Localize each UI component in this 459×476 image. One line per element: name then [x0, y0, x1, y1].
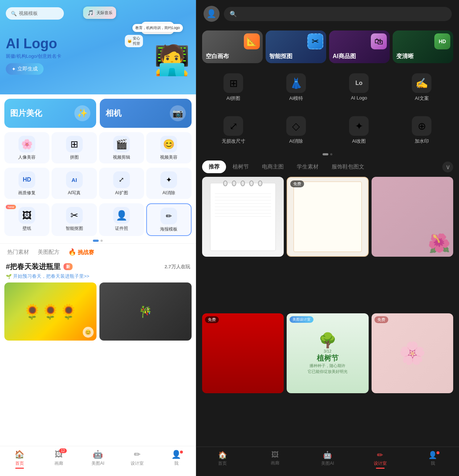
nav-gallery[interactable]: 12 🖼 画廊 [39, 450, 78, 469]
right-tool-ai-edit[interactable]: ✦ AI改图 [328, 112, 390, 149]
content-images: 😊 🎋 [0, 282, 196, 341]
video-beauty-label: 视频美容 [160, 154, 177, 160]
feature-video-beauty[interactable]: 😊 视频美容 [146, 132, 191, 163]
rdot-2 [330, 153, 332, 155]
feature-collage[interactable]: ⊞ 拼图 [52, 132, 97, 163]
banner-character: 🧑‍💻 教育，机构培训，简约Logo 🐱安心托管 [125, 24, 190, 75]
filter-fashion[interactable]: 服饰鞋包图文 [325, 160, 371, 173]
generate-button[interactable]: ✦ 立即生成 [6, 63, 44, 75]
right-tool-ai-collage[interactable]: ⊞ AI拼图 [202, 69, 265, 106]
nav-me[interactable]: 👤 我 [157, 450, 196, 469]
feature-poster[interactable]: ✏ 海报模板 [146, 203, 191, 236]
feature-ai-expand[interactable]: ⤢ AI扩图 [99, 168, 144, 199]
right-ai-erase-label: AI消除 [289, 138, 303, 145]
nav-home[interactable]: 🏠 首页 [0, 450, 39, 469]
watermark-icon: ⊕ [412, 116, 431, 136]
nav-meitu-ai[interactable]: 🤖 美图AI [78, 450, 118, 469]
template-notebook[interactable] [202, 177, 284, 257]
tab-recipe[interactable]: 美图配方 [38, 249, 60, 256]
poster-icon: ✏ [160, 208, 177, 224]
rnav-design[interactable]: ✏ 设计室 [354, 451, 406, 469]
right-tool-ai-model[interactable]: 👗 AI模特 [265, 69, 328, 106]
feature-ai-erase[interactable]: ✦ AI消除 [146, 168, 191, 199]
filter-recommend[interactable]: 推荐 [202, 160, 226, 173]
tool-ai-product[interactable]: 🛍 AI商品图 [329, 30, 390, 63]
template-grid: 免费 🌺 免费 美图设计室 🌳 3/12 植树节 播种种子，随心期许它已能你绽放… [196, 177, 459, 447]
ai-product-label: AI商品图 [333, 53, 356, 60]
id-photo-icon: 👤 [113, 207, 130, 224]
meitu-ai-label: 美图AI [91, 460, 104, 467]
camera-icon: 📷 [170, 105, 186, 121]
filter-student[interactable]: 学生素材 [290, 160, 325, 173]
search-bar[interactable]: 🔍 视频模板 [6, 7, 64, 20]
me-label: 我 [174, 460, 179, 467]
wallpaper-icon: 🖼 [19, 207, 35, 224]
dot-2 [101, 240, 103, 242]
challenge-title: #把春天装进瓶里 新 2.7万人在玩 [0, 259, 196, 273]
float-card-label: 天际音乐 [97, 10, 112, 16]
rnav-home[interactable]: 🏠 首页 [196, 451, 249, 469]
template-pink-flower[interactable]: 免费 🌸 [372, 313, 453, 393]
feature-smart-matting[interactable]: ✂ 智能抠图 [52, 203, 97, 236]
main-features: 图片美化 ✨ 相机 📷 [0, 94, 196, 130]
nav-design[interactable]: ✏ 设计室 [118, 450, 157, 469]
feature-id-photo[interactable]: 👤 证件照 [99, 203, 144, 236]
paper-free-badge: 免费 [290, 180, 304, 187]
rnav-design-underline [376, 468, 385, 469]
collage-label: 拼图 [70, 154, 79, 160]
rnav-meitu-ai[interactable]: 🤖 美图AI [301, 451, 354, 469]
ai-product-thumb: 🛍 [371, 33, 387, 49]
feature-camera[interactable]: 相机 📷 [100, 99, 192, 128]
rnav-me[interactable]: 👤 我 [406, 451, 459, 469]
beautify-icon: ✨ [74, 105, 90, 121]
feature-wallpaper[interactable]: New 🖼 壁纸 [4, 203, 49, 236]
right-tool-watermark[interactable]: ⊕ 加水印 [390, 112, 453, 149]
filter-tree[interactable]: 植树节 [226, 160, 255, 173]
right-tool-ai-copy[interactable]: ✍ AI文案 [390, 69, 453, 106]
content-image-2[interactable]: 🎋 [99, 282, 192, 341]
filter-tabs: 推荐 植树节 电商主图 学生素材 服饰鞋包图文 ∨ [196, 157, 459, 177]
template-flower[interactable]: 🌺 [372, 177, 453, 257]
tab-hot[interactable]: 热门素材 [7, 249, 29, 256]
design-label: 设计室 [131, 460, 144, 467]
challenge-count: 2.7万人在玩 [165, 264, 190, 270]
page-dots [0, 238, 196, 243]
ai-expand-label: AI扩图 [115, 190, 128, 196]
template-paper[interactable]: 免费 [287, 177, 368, 257]
right-panel: 👤 🔍 📐 空白画布 ✂ 智能抠图 🛍 AI商品图 HD 变清晰 ⊞ AI拼图 [196, 0, 459, 476]
ai-copy-icon: ✍ [412, 73, 431, 93]
feature-video-edit[interactable]: 🎬 视频剪辑 [99, 132, 144, 163]
rnav-gallery[interactable]: 🖼 画廊 [249, 451, 301, 469]
right-tool-resize[interactable]: ⤢ 无损改尺寸 [202, 112, 265, 149]
me-icon: 👤 [171, 450, 181, 459]
tool-sharpen[interactable]: HD 变清晰 [393, 30, 453, 63]
feature-ai-portrait[interactable]: AI AI写真 [52, 168, 97, 199]
feature-beautify[interactable]: 图片美化 ✨ [4, 99, 96, 128]
challenge-new-tag: 新 [63, 263, 73, 270]
template-red[interactable]: 免费 [202, 313, 284, 393]
feature-portrait[interactable]: 🌸 人像美容 [4, 132, 49, 163]
filter-ecommerce[interactable]: 电商主图 [255, 160, 290, 173]
rnav-gallery-icon: 🖼 [271, 451, 279, 459]
feature-hd[interactable]: HD 画质修复 [4, 168, 49, 199]
challenge-section: 热门素材 美图配方 🔥 挑战赛 #把春天装进瓶里 新 2.7万人在玩 🌱 开始预… [0, 243, 196, 446]
right-avatar[interactable]: 👤 [204, 6, 220, 22]
template-tree-festival[interactable]: 美图设计室 🌳 3/12 植树节 播种种子，随心期许它已能你绽放美好明光 [287, 313, 368, 393]
tool-smart-matting[interactable]: ✂ 智能抠图 [266, 30, 326, 63]
tool-blank-canvas[interactable]: 📐 空白画布 [202, 30, 263, 63]
dot-1 [93, 240, 99, 242]
rdot-1 [323, 153, 328, 155]
tab-challenge[interactable]: 🔥 挑战赛 [68, 248, 94, 256]
rnav-meitu-ai-icon: 🤖 [323, 451, 332, 459]
hd-label: 画质修复 [18, 190, 36, 196]
right-search-bar[interactable]: 🔍 [224, 7, 452, 21]
right-tool-ai-logo[interactable]: Lo AI Logo [328, 69, 390, 106]
filter-more-button[interactable]: ∨ [442, 162, 453, 172]
right-tool-ai-erase[interactable]: ◇ AI消除 [265, 112, 328, 149]
rnav-home-label: 首页 [218, 460, 227, 467]
rnav-design-label: 设计室 [374, 460, 387, 467]
portrait-label: 人像美容 [18, 154, 36, 160]
smart-matting-thumb: ✂ [307, 33, 323, 49]
watermark-label: 加水印 [415, 138, 429, 145]
content-image-1[interactable]: 😊 [4, 282, 97, 341]
